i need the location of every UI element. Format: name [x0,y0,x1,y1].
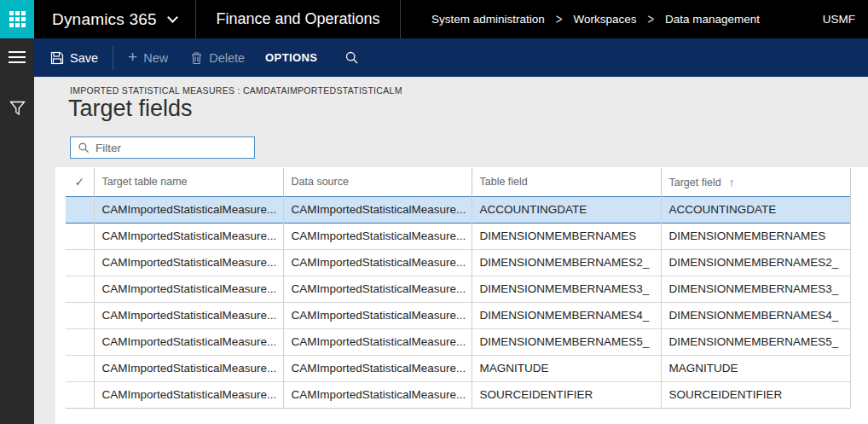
table-row[interactable]: CAMImportedStatisticalMeasure... CAMImpo… [66,223,850,249]
cell-table-field[interactable]: MAGNITUDE [472,355,661,381]
breadcrumb-separator-icon: > [647,11,654,27]
actionbar-divider [113,46,113,70]
cell-table-field[interactable]: DIMENSIONMEMBERNAMES3_ [472,276,661,302]
new-button[interactable]: + New [124,50,171,65]
cell-data-source[interactable]: CAMImportedStatisticalMeasure... [283,249,472,276]
cell-data-source[interactable]: CAMImportedStatisticalMeasure... [283,355,472,381]
filter-input[interactable] [95,142,240,154]
cell-target-table-name[interactable]: CAMImportedStatisticalMeasure... [94,302,283,328]
delete-button[interactable]: Delete [187,51,248,65]
cell-target-table-name[interactable]: CAMImportedStatisticalMeasure... [94,355,283,381]
brand-label: Dynamics 365 [52,10,157,29]
table-row[interactable]: CAMImportedStatisticalMeasure... CAMImpo… [66,381,850,408]
chevron-down-icon [167,12,178,23]
search-icon [344,50,359,65]
cell-target-table-name[interactable]: CAMImportedStatisticalMeasure... [94,276,283,302]
row-select-cell[interactable] [66,355,94,381]
cell-data-source[interactable]: CAMImportedStatisticalMeasure... [283,302,472,328]
dynamics-365-menu[interactable]: Dynamics 365 [34,0,196,38]
top-navigation-bar: Dynamics 365 Finance and Operations Syst… [0,0,868,38]
cell-target-field[interactable]: DIMENSIONMEMBERNAMES5_ [661,328,850,355]
row-select-cell[interactable] [66,381,94,408]
filter-search-icon [78,142,90,154]
app-name[interactable]: Finance and Operations [196,0,401,38]
filter-pane-button[interactable] [9,101,26,116]
plus-icon: + [128,49,137,65]
cell-target-table-name[interactable]: CAMImportedStatisticalMeasure... [94,223,283,249]
breadcrumb-item-data-management[interactable]: Data management [665,13,760,26]
quick-filter [70,136,255,159]
trash-icon [190,51,203,65]
cell-table-field[interactable]: DIMENSIONMEMBERNAMES2_ [472,249,661,276]
cell-table-field[interactable]: SOURCEIDENTIFIER [472,381,661,408]
form-caption: IMPORTED STATISTICAL MEASURES : CAMDATAI… [70,85,402,96]
breadcrumb-item-system-administration[interactable]: System administration [431,13,545,26]
cell-target-table-name[interactable]: CAMImportedStatisticalMeasure... [94,249,283,276]
actionbar-search-button[interactable] [344,50,359,65]
action-bar: Save + New Delete OPTIONS [34,38,868,77]
cell-data-source[interactable]: CAMImportedStatisticalMeasure... [283,381,472,408]
left-sidebar [0,38,34,424]
table-row[interactable]: CAMImportedStatisticalMeasure... CAMImpo… [66,355,850,381]
delete-label: Delete [209,51,245,65]
options-tab[interactable]: OPTIONS [265,51,317,64]
funnel-icon [9,101,26,116]
navigation-menu-button[interactable] [9,51,26,63]
cell-table-field[interactable]: DIMENSIONMEMBERNAMES4_ [472,302,661,328]
cell-table-field[interactable]: DIMENSIONMEMBERNAMES5_ [472,328,661,355]
cell-data-source[interactable]: CAMImportedStatisticalMeasure... [283,196,472,223]
column-header-target-field[interactable]: Target field↑ [661,168,850,196]
cell-target-field[interactable]: DIMENSIONMEMBERNAMES3_ [661,276,850,302]
column-header-target-table-name[interactable]: Target table name [94,168,283,196]
breadcrumb: System administration > Workspaces > Dat… [431,0,760,38]
row-select-cell[interactable] [66,328,94,355]
cell-target-field[interactable]: ACCOUNTINGDATE [661,196,850,223]
cell-data-source[interactable]: CAMImportedStatisticalMeasure... [283,223,472,249]
save-button[interactable]: Save [47,51,101,65]
cell-target-field[interactable]: DIMENSIONMEMBERNAMES4_ [661,302,850,328]
save-label: Save [70,51,98,65]
table-row[interactable]: CAMImportedStatisticalMeasure... CAMImpo… [66,276,850,302]
company-selector[interactable]: USMF [823,0,855,38]
cell-target-table-name[interactable]: CAMImportedStatisticalMeasure... [94,196,283,223]
cell-target-field[interactable]: DIMENSIONMEMBERNAMES2_ [661,249,850,276]
save-icon [50,51,64,65]
cell-target-field[interactable]: SOURCEIDENTIFIER [661,381,850,408]
hamburger-icon [9,51,26,53]
main-content: IMPORTED STATISTICAL MEASURES : CAMDATAI… [34,77,868,424]
page-title: Target fields [68,96,193,122]
cell-data-source[interactable]: CAMImportedStatisticalMeasure... [283,328,472,355]
table-row[interactable]: CAMImportedStatisticalMeasure... CAMImpo… [66,302,850,328]
checkmark-icon: ✓ [74,175,84,189]
app-window: Dynamics 365 Finance and Operations Syst… [0,0,868,424]
cell-table-field[interactable]: DIMENSIONMEMBERNAMES [472,223,661,249]
select-all-header[interactable]: ✓ [66,168,94,196]
grid-header-row: ✓ Target table name Data source Table fi… [66,168,850,196]
table-row[interactable]: CAMImportedStatisticalMeasure... CAMImpo… [66,328,850,355]
app-name-label: Finance and Operations [216,10,379,28]
row-select-cell[interactable] [66,302,94,328]
row-select-cell[interactable] [66,223,94,249]
row-select-cell[interactable] [66,249,94,276]
sort-ascending-icon: ↑ [729,176,735,189]
column-header-data-source[interactable]: Data source [283,168,472,196]
breadcrumb-separator-icon: > [556,11,563,27]
cell-table-field[interactable]: ACCOUNTINGDATE [472,196,661,223]
row-select-cell[interactable] [66,276,94,302]
column-header-label: Target field [669,177,721,189]
table-row[interactable]: CAMImportedStatisticalMeasure... CAMImpo… [66,196,850,223]
new-label: New [143,51,168,65]
cell-target-field[interactable]: MAGNITUDE [661,355,850,381]
target-fields-grid: ✓ Target table name Data source Table fi… [66,168,851,409]
cell-target-table-name[interactable]: CAMImportedStatisticalMeasure... [94,381,283,408]
row-select-cell[interactable] [66,196,94,223]
cell-target-field[interactable]: DIMENSIONMEMBERNAMES [661,223,850,249]
waffle-icon [9,11,26,27]
cell-data-source[interactable]: CAMImportedStatisticalMeasure... [283,276,472,302]
table-row[interactable]: CAMImportedStatisticalMeasure... CAMImpo… [66,249,850,276]
breadcrumb-item-workspaces[interactable]: Workspaces [573,13,636,26]
app-launcher-button[interactable] [0,0,34,38]
column-header-table-field[interactable]: Table field [472,168,661,196]
cell-target-table-name[interactable]: CAMImportedStatisticalMeasure... [94,328,283,355]
